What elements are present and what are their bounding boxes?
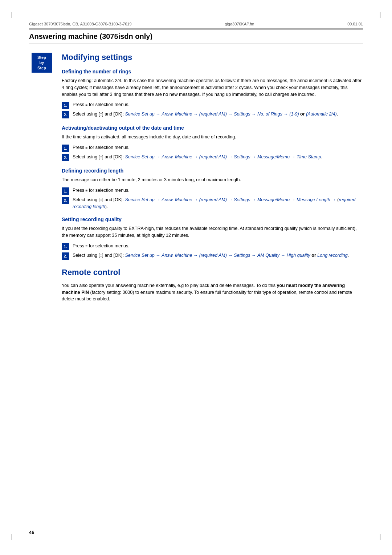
rings-step-1: 1. Press ≡ for selection menus. — [62, 101, 363, 109]
subsection-title-datetime: Activating/deactivating output of the da… — [62, 125, 363, 131]
rings-step-2: 2. Select using [↕] and [OK]: Service Se… — [62, 111, 363, 118]
datetime-step-text-1: Press ≡ for selection menus. — [73, 144, 130, 151]
subsection-title-recording-quality: Setting recording quality — [62, 216, 363, 222]
recording-quality-steps: 1. Press ≡ for selection menus. 2. Selec… — [62, 243, 363, 260]
rings-step-num-1: 1. — [62, 102, 69, 109]
recording-length-step-1: 1. Press ≡ for selection menus. — [62, 187, 363, 195]
corner-mark-bottom-right: | — [379, 533, 381, 540]
datetime-intro: If the time stamp is activated, all mess… — [62, 134, 363, 141]
remote-control-bold: you must modify the answering machine PI… — [62, 283, 345, 295]
recording-quality-step-1: 1. Press ≡ for selection menus. — [62, 243, 363, 250]
recording-quality-intro: If you set the recording quality to EXTR… — [62, 225, 363, 239]
recording-length-steps: 1. Press ≡ for selection menus. 2. Selec… — [62, 187, 363, 210]
recording-quality-step-text-2: Select using [↕] and [OK]: Service Set u… — [73, 252, 349, 259]
datetime-step-num-2: 2. — [62, 154, 69, 161]
header-left-text: Gigaset 3070/3075isdn, GB, A31008-G3070-… — [29, 22, 132, 26]
subsection-title-rings: Defining the number of rings — [62, 69, 363, 74]
datetime-step-2: 2. Select using [↕] and [OK]: Service Se… — [62, 154, 363, 161]
corner-mark-bottom-left: | — [11, 533, 13, 540]
recording-length-step-text-2: Select using [↕] and [OK]: Service Set u… — [73, 197, 363, 210]
datetime-step-text-2: Select using [↕] and [OK]: Service Set u… — [73, 154, 322, 161]
section-main-title: Modifying settings — [62, 53, 363, 62]
recording-quality-step-text-1: Press ≡ for selection menus. — [73, 243, 130, 250]
page: | | | | Gigaset 3070/3075isdn, GB, A3100… — [0, 0, 392, 555]
rings-intro: Factory setting: automatic 2/4. In this … — [62, 77, 363, 98]
header-meta: Gigaset 3070/3075isdn, GB, A31008-G3070-… — [29, 22, 363, 26]
recording-length-step-2: 2. Select using [↕] and [OK]: Service Se… — [62, 197, 363, 210]
main-content: Modifying settings Defining the number o… — [62, 53, 363, 305]
recording-quality-step-2: 2. Select using [↕] and [OK]: Service Se… — [62, 252, 363, 260]
content-area: Step by Step Modifying settings Defining… — [29, 53, 363, 305]
page-title: Answering machine (3075isdn only) — [29, 32, 152, 40]
recording-length-step-num-1: 1. — [62, 187, 69, 195]
step-badge-line2: by — [35, 60, 48, 65]
recording-quality-step-num-1: 1. — [62, 243, 69, 250]
header-center-text: giga3070KAP.fm — [225, 22, 254, 26]
datetime-step-num-1: 1. — [62, 145, 69, 152]
corner-mark-top-right: | — [379, 11, 381, 19]
rings-step-num-2: 2. — [62, 111, 69, 118]
recording-length-step-num-2: 2. — [62, 197, 69, 204]
header-meta-left: Gigaset 3070/3075isdn, GB, A31008-G3070-… — [29, 22, 132, 26]
recording-length-intro: The message can either be 1 minute, 2 mi… — [62, 177, 363, 183]
corner-mark-top-left: | — [11, 11, 13, 19]
header-right-text: 09.01.01 — [347, 22, 363, 26]
remote-control-text: You can also operate your answering mach… — [62, 282, 363, 303]
datetime-step-1: 1. Press ≡ for selection menus. — [62, 144, 363, 152]
page-title-bar: Answering machine (3075isdn only) — [29, 29, 363, 44]
datetime-steps: 1. Press ≡ for selection menus. 2. Selec… — [62, 144, 363, 161]
rings-step-text-1: Press ≡ for selection menus. — [73, 101, 130, 108]
recording-length-step-text-1: Press ≡ for selection menus. — [73, 187, 130, 194]
sidebar: Step by Step — [29, 53, 54, 305]
step-badge: Step by Step — [32, 53, 52, 73]
subsection-title-recording-length: Defining recording length — [62, 168, 363, 174]
remote-control-title: Remote control — [62, 268, 363, 277]
rings-step-text-2: Select using [↕] and [OK]: Service Set u… — [73, 111, 338, 118]
step-badge-line3: Step — [35, 65, 48, 70]
page-number: 46 — [29, 530, 34, 535]
step-badge-line1: Step — [35, 55, 48, 60]
recording-quality-step-num-2: 2. — [62, 252, 69, 260]
rings-steps: 1. Press ≡ for selection menus. 2. Selec… — [62, 101, 363, 118]
